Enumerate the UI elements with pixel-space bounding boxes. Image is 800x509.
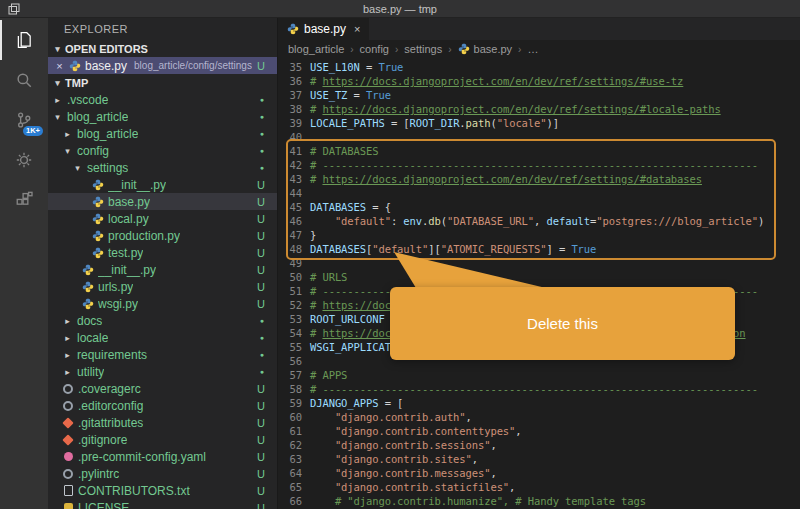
modified-dot-icon: ● bbox=[260, 113, 264, 120]
section-open-editors[interactable]: ▾ OPEN EDITORS bbox=[48, 40, 277, 57]
tree-item-.pylintrc[interactable]: .pylintrcU bbox=[48, 465, 277, 482]
tree-item-utility[interactable]: ▸utility● bbox=[48, 363, 277, 380]
code-line[interactable]: 50# URLS bbox=[278, 270, 800, 284]
breadcrumb-item-settings[interactable]: settings bbox=[404, 43, 442, 55]
tree-item-.gitignore[interactable]: .gitignoreU bbox=[48, 431, 277, 448]
title-bar: base.py — tmp bbox=[0, 0, 800, 18]
code-line[interactable]: 41# DATABASES bbox=[278, 144, 800, 158]
close-icon[interactable]: × bbox=[54, 60, 65, 72]
tree-item-base.py[interactable]: base.pyU bbox=[48, 193, 277, 210]
code-line[interactable]: 49 bbox=[278, 256, 800, 270]
git-status-badge: U bbox=[257, 281, 265, 293]
tree-item-wsgi.py[interactable]: wsgi.pyU bbox=[48, 295, 277, 312]
breadcrumb-item-base-py[interactable]: base.py bbox=[458, 43, 513, 55]
code-line[interactable]: 48DATABASES["default"]["ATOMIC_REQUESTS"… bbox=[278, 242, 800, 256]
tree-item-label: .editorconfig bbox=[78, 399, 143, 413]
explorer-icon[interactable] bbox=[0, 20, 48, 60]
tree-item-__init__.py[interactable]: __init__.pyU bbox=[48, 261, 277, 278]
tree-item-.vscode[interactable]: ▸.vscode● bbox=[48, 91, 277, 108]
breadcrumb-separator: › bbox=[518, 44, 521, 55]
tree-item-contributors.txt[interactable]: CONTRIBUTORS.txtU bbox=[48, 482, 277, 499]
tree-item-urls.py[interactable]: urls.pyU bbox=[48, 278, 277, 295]
comment-link[interactable]: https://docs.djangoproject.com/en/dev/re… bbox=[322, 75, 683, 87]
code-line[interactable]: 58# ------------------------------------… bbox=[278, 382, 800, 396]
tree-item-config[interactable]: ▾config● bbox=[48, 142, 277, 159]
yaml-file-icon bbox=[62, 451, 74, 463]
code-line[interactable]: 35USE_L10N = True bbox=[278, 60, 800, 74]
tree-item-locale[interactable]: ▸locale● bbox=[48, 329, 277, 346]
tree-item-.pre-commit-config.yaml[interactable]: .pre-commit-config.yamlU bbox=[48, 448, 277, 465]
tree-item-.editorconfig[interactable]: .editorconfigU bbox=[48, 397, 277, 414]
git-file-icon bbox=[62, 434, 74, 446]
code-line[interactable]: 43# https://docs.djangoproject.com/en/de… bbox=[278, 172, 800, 186]
line-number: 49 bbox=[278, 256, 302, 270]
tree-item-label: .vscode bbox=[67, 93, 108, 107]
code-line[interactable]: 65 "django.contrib.staticfiles", bbox=[278, 480, 800, 494]
chevron-right-icon: ▸ bbox=[62, 333, 73, 343]
line-number: 44 bbox=[278, 186, 302, 200]
git-file-icon bbox=[62, 417, 74, 429]
tree-item-label: .pylintrc bbox=[78, 467, 119, 481]
line-number: 40 bbox=[278, 130, 302, 144]
python-file-icon bbox=[82, 264, 94, 276]
tree-item-__init__.py[interactable]: __init__.pyU bbox=[48, 176, 277, 193]
code-line[interactable]: 46 "default": env.db("DATABASE_URL", def… bbox=[278, 214, 800, 228]
code-line[interactable]: 40 bbox=[278, 130, 800, 144]
code-line[interactable]: 37USE_TZ = True bbox=[278, 88, 800, 102]
code-editor[interactable]: 35USE_L10N = True36# https://docs.django… bbox=[278, 58, 800, 509]
gear-icon[interactable] bbox=[0, 140, 48, 180]
code-line[interactable]: 57# APPS bbox=[278, 368, 800, 382]
line-number: 58 bbox=[278, 382, 302, 396]
code-line[interactable]: 63 "django.contrib.sites", bbox=[278, 452, 800, 466]
search-icon[interactable] bbox=[0, 60, 48, 100]
git-status-badge: U bbox=[257, 383, 265, 395]
code-line[interactable]: 62 "django.contrib.sessions", bbox=[278, 438, 800, 452]
code-line[interactable]: 61 "django.contrib.contenttypes", bbox=[278, 424, 800, 438]
tree-item-blog_article[interactable]: ▸blog_article● bbox=[48, 125, 277, 142]
tree-item-.coveragerc[interactable]: .coveragercU bbox=[48, 380, 277, 397]
tree-item-production.py[interactable]: production.pyU bbox=[48, 227, 277, 244]
tree-item-label: .pre-commit-config.yaml bbox=[78, 450, 206, 464]
callout-text: Delete this bbox=[527, 315, 598, 332]
line-content: } bbox=[310, 228, 316, 242]
open-editor-item-base-py[interactable]: × base.py blog_article/config/settings U bbox=[48, 57, 277, 74]
tree-item-blog_article[interactable]: ▾blog_article● bbox=[48, 108, 277, 125]
section-workspace-tmp[interactable]: ▾ TMP bbox=[48, 74, 277, 91]
code-line[interactable]: 42# ------------------------------------… bbox=[278, 158, 800, 172]
open-editor-path: blog_article/config/settings bbox=[134, 60, 252, 71]
comment-link[interactable]: https://docs.djangoproject.com/en/dev/re… bbox=[322, 173, 702, 185]
tree-item-label: .gitignore bbox=[78, 433, 127, 447]
chevron-down-icon: ▾ bbox=[52, 44, 63, 54]
code-line[interactable]: 36# https://docs.djangoproject.com/en/de… bbox=[278, 74, 800, 88]
line-number: 66 bbox=[278, 494, 302, 508]
line-number: 56 bbox=[278, 354, 302, 368]
code-line[interactable]: 38# https://docs.djangoproject.com/en/de… bbox=[278, 102, 800, 116]
code-line[interactable]: 59DJANGO_APPS = [ bbox=[278, 396, 800, 410]
code-line[interactable]: 60 "django.contrib.auth", bbox=[278, 410, 800, 424]
code-line[interactable]: 66 # "django.contrib.humanize", # Handy … bbox=[278, 494, 800, 508]
line-content: LOCALE_PATHS = [ROOT_DIR.path("locale")] bbox=[310, 116, 559, 130]
tree-item-test.py[interactable]: test.pyU bbox=[48, 244, 277, 261]
source-control-icon[interactable]: 1K+ bbox=[0, 100, 48, 140]
breadcrumb-item-config[interactable]: config bbox=[360, 43, 389, 55]
chevron-right-icon: ▸ bbox=[62, 350, 73, 360]
code-line[interactable]: 44 bbox=[278, 186, 800, 200]
tree-item-requirements[interactable]: ▸requirements● bbox=[48, 346, 277, 363]
extensions-icon[interactable] bbox=[0, 180, 48, 220]
tab-base-py[interactable]: base.py × bbox=[278, 18, 370, 40]
close-icon[interactable]: × bbox=[354, 23, 360, 35]
tree-item-docs[interactable]: ▸docs● bbox=[48, 312, 277, 329]
tree-item-local.py[interactable]: local.pyU bbox=[48, 210, 277, 227]
tree-item-.gitattributes[interactable]: .gitattributesU bbox=[48, 414, 277, 431]
code-line[interactable]: 45DATABASES = { bbox=[278, 200, 800, 214]
tree-item-license[interactable]: LICENSEU bbox=[48, 499, 277, 509]
breadcrumb-item--[interactable]: … bbox=[527, 43, 538, 55]
breadcrumb-item-blog-article[interactable]: blog_article bbox=[288, 43, 344, 55]
tree-item-settings[interactable]: ▾settings● bbox=[48, 159, 277, 176]
code-line[interactable]: 47} bbox=[278, 228, 800, 242]
code-line[interactable]: 64 "django.contrib.messages", bbox=[278, 466, 800, 480]
comment-link[interactable]: https://docs.djangoproject.com/en/dev/re… bbox=[322, 103, 720, 115]
code-line[interactable]: 39LOCALE_PATHS = [ROOT_DIR.path("locale"… bbox=[278, 116, 800, 130]
git-status-badge: U bbox=[257, 417, 265, 429]
line-number: 41 bbox=[278, 144, 302, 158]
